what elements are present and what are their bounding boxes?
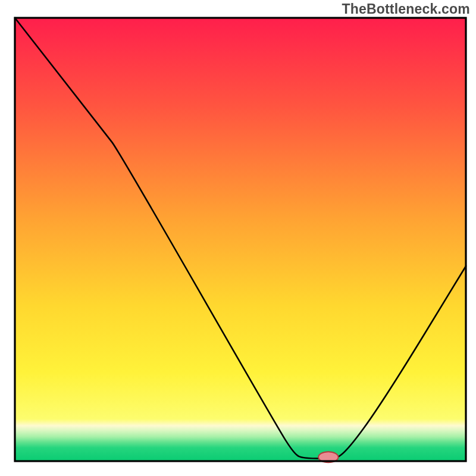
watermark-text: TheBottleneck.com	[342, 1, 470, 17]
chart-stage: TheBottleneck.com	[0, 0, 476, 476]
bottleneck-chart-svg	[0, 0, 476, 476]
plot-background	[15, 18, 466, 461]
